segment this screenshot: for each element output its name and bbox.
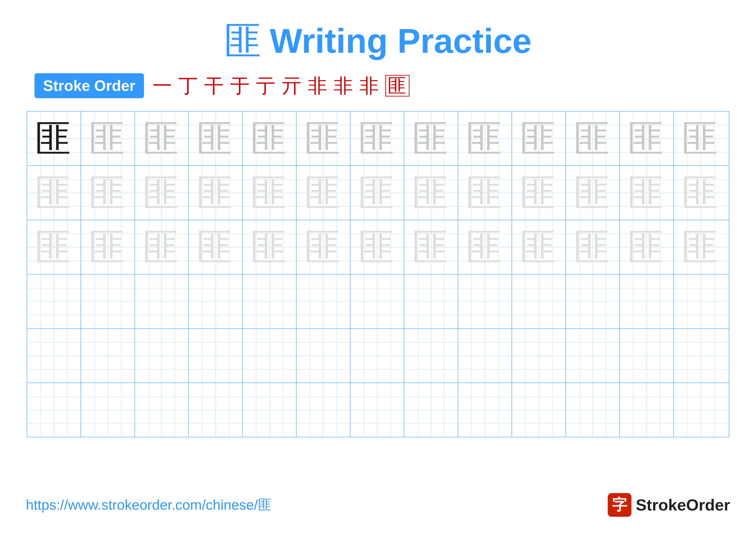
stroke-step-4: 于 <box>230 76 250 95</box>
grid-cell-2-6[interactable]: 匪 <box>297 166 350 220</box>
grid-cell-4-1[interactable] <box>27 274 81 328</box>
grid-cell-3-11[interactable]: 匪 <box>566 220 620 274</box>
char-medium: 匪 <box>89 120 127 158</box>
grid-cell-6-12[interactable] <box>620 383 674 437</box>
grid-cell-6-2[interactable] <box>81 383 135 437</box>
footer-brand: 字 StrokeOrder <box>608 493 730 517</box>
grid-cell-1-2[interactable]: 匪 <box>81 112 135 165</box>
grid-cell-3-5[interactable]: 匪 <box>243 220 297 274</box>
stroke-order-badge: Stroke Order <box>35 73 144 98</box>
grid-cell-5-9[interactable] <box>458 329 512 383</box>
grid-cell-3-3[interactable]: 匪 <box>135 220 189 274</box>
title-text: Writing Practice <box>270 24 531 58</box>
grid-cell-3-10[interactable]: 匪 <box>512 220 566 274</box>
grid-cell-5-7[interactable] <box>350 329 404 383</box>
grid-cell-6-9[interactable] <box>458 383 512 437</box>
grid-cell-5-2[interactable] <box>81 329 135 383</box>
grid-cell-4-9[interactable] <box>458 274 512 328</box>
grid-cell-6-8[interactable] <box>404 383 458 437</box>
grid-cell-6-1[interactable] <box>27 383 81 437</box>
grid-cell-4-13[interactable] <box>674 274 728 328</box>
grid-row-6 <box>27 383 729 437</box>
grid-cell-4-2[interactable] <box>81 274 135 328</box>
stroke-step-6: 亓 <box>282 76 301 95</box>
grid-cell-5-8[interactable] <box>404 329 458 383</box>
grid-cell-5-11[interactable] <box>566 329 620 383</box>
grid-cell-6-6[interactable] <box>297 383 350 437</box>
grid-cell-4-11[interactable] <box>566 274 620 328</box>
grid-cell-4-12[interactable] <box>620 274 674 328</box>
stroke-step-2: 丁 <box>178 76 198 95</box>
grid-cell-1-5[interactable]: 匪 <box>243 112 297 165</box>
grid-cell-4-4[interactable] <box>189 274 243 328</box>
grid-cell-1-3[interactable]: 匪 <box>135 112 189 165</box>
page-title: 匪 Writing Practice <box>224 21 531 60</box>
grid-row-5 <box>27 329 729 383</box>
grid-cell-5-13[interactable] <box>674 329 728 383</box>
brand-icon: 字 <box>608 493 632 517</box>
grid-cell-1-11[interactable]: 匪 <box>566 112 620 165</box>
grid-cell-5-5[interactable] <box>243 329 297 383</box>
grid-row-4 <box>27 274 729 329</box>
grid-cell-5-1[interactable] <box>27 329 81 383</box>
grid-cell-5-12[interactable] <box>620 329 674 383</box>
stroke-step-7: 非 <box>308 76 327 95</box>
grid-cell-1-7[interactable]: 匪 <box>350 112 404 165</box>
grid-cell-1-6[interactable]: 匪 <box>297 112 350 165</box>
footer: https://www.strokeorder.com/chinese/匪 字 … <box>26 493 730 517</box>
grid-cell-3-13[interactable]: 匪 <box>674 220 728 274</box>
grid-cell-3-6[interactable]: 匪 <box>297 220 350 274</box>
grid-cell-2-10[interactable]: 匪 <box>512 166 566 220</box>
grid-cell-1-4[interactable]: 匪 <box>189 112 243 165</box>
grid-cell-6-3[interactable] <box>135 383 189 437</box>
grid-cell-4-3[interactable] <box>135 274 189 328</box>
grid-cell-2-7[interactable]: 匪 <box>350 166 404 220</box>
grid-cell-6-13[interactable] <box>674 383 728 437</box>
grid-cell-3-2[interactable]: 匪 <box>81 220 135 274</box>
stroke-order-row: Stroke Order 一 丁 干 于 亍 亓 非 非 非 匪 <box>26 73 730 98</box>
grid-cell-5-10[interactable] <box>512 329 566 383</box>
grid-cell-2-3[interactable]: 匪 <box>135 166 189 220</box>
grid-cell-2-9[interactable]: 匪 <box>458 166 512 220</box>
grid-cell-1-13[interactable]: 匪 <box>674 112 728 165</box>
stroke-steps: 一 丁 干 于 亍 亓 非 非 非 匪 <box>152 75 410 96</box>
grid-cell-4-6[interactable] <box>297 274 350 328</box>
grid-cell-2-12[interactable]: 匪 <box>620 166 674 220</box>
grid-cell-2-11[interactable]: 匪 <box>566 166 620 220</box>
grid-cell-3-1[interactable]: 匪 <box>27 220 81 274</box>
grid-cell-6-10[interactable] <box>512 383 566 437</box>
grid-cell-6-4[interactable] <box>189 383 243 437</box>
grid-row-1: 匪 匪 匪 匪 匪 <box>27 112 729 166</box>
grid-cell-3-9[interactable]: 匪 <box>458 220 512 274</box>
stroke-step-8: 非 <box>334 76 353 95</box>
grid-cell-6-11[interactable] <box>566 383 620 437</box>
grid-cell-1-1[interactable]: 匪 <box>27 112 81 165</box>
grid-cell-5-4[interactable] <box>189 329 243 383</box>
grid-cell-3-4[interactable]: 匪 <box>189 220 243 274</box>
grid-cell-4-5[interactable] <box>243 274 297 328</box>
grid-cell-3-8[interactable]: 匪 <box>404 220 458 274</box>
grid-cell-5-3[interactable] <box>135 329 189 383</box>
footer-url[interactable]: https://www.strokeorder.com/chinese/匪 <box>26 496 272 514</box>
grid-cell-1-10[interactable]: 匪 <box>512 112 566 165</box>
title-character: 匪 <box>224 21 263 60</box>
grid-cell-2-1[interactable]: 匪 <box>27 166 81 220</box>
grid-cell-2-4[interactable]: 匪 <box>189 166 243 220</box>
grid-cell-1-8[interactable]: 匪 <box>404 112 458 165</box>
grid-cell-2-5[interactable]: 匪 <box>243 166 297 220</box>
grid-cell-6-5[interactable] <box>243 383 297 437</box>
grid-cell-1-12[interactable]: 匪 <box>620 112 674 165</box>
grid-cell-3-12[interactable]: 匪 <box>620 220 674 274</box>
grid-cell-2-13[interactable]: 匪 <box>674 166 728 220</box>
grid-cell-3-7[interactable]: 匪 <box>350 220 404 274</box>
grid-cell-4-8[interactable] <box>404 274 458 328</box>
stroke-step-1: 一 <box>152 76 172 95</box>
grid-cell-5-6[interactable] <box>297 329 350 383</box>
grid-cell-1-9[interactable]: 匪 <box>458 112 512 165</box>
grid-cell-4-7[interactable] <box>350 274 404 328</box>
grid-cell-2-8[interactable]: 匪 <box>404 166 458 220</box>
grid-cell-4-10[interactable] <box>512 274 566 328</box>
grid-cell-2-2[interactable]: 匪 <box>81 166 135 220</box>
stroke-step-3: 干 <box>204 76 224 95</box>
grid-cell-6-7[interactable] <box>350 383 404 437</box>
